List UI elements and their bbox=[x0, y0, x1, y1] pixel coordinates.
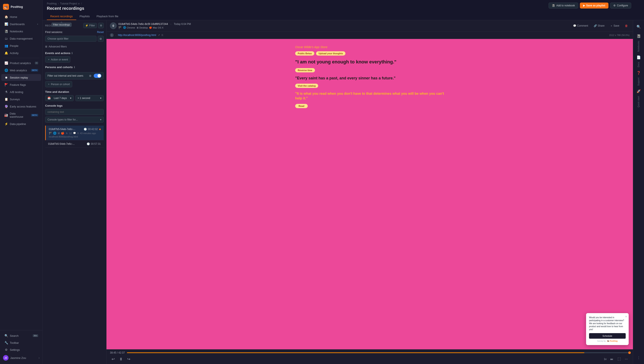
sidebar-item-session-replay[interactable]: ⏺ Session replay bbox=[1, 74, 41, 81]
external-link-icon[interactable]: ↗ bbox=[158, 34, 160, 36]
tab-playlists[interactable]: Playlists bbox=[76, 13, 93, 20]
add-person-button[interactable]: ＋ Person or cohort bbox=[45, 81, 72, 87]
sidebar-item-dashboards[interactable]: 📊 Dashboards ▾ bbox=[1, 21, 41, 28]
tab-playback-from-file[interactable]: Playback from file bbox=[93, 13, 122, 20]
right-docs-label[interactable]: Docs bbox=[637, 62, 640, 67]
save-label: Save bbox=[613, 24, 619, 27]
user-item[interactable]: JZ Jasmine Zou › bbox=[0, 353, 42, 362]
home-icon: 🏠 bbox=[4, 15, 8, 18]
skip-inactivity-button[interactable]: ⏭ bbox=[609, 356, 615, 362]
sidebar-item-activity[interactable]: 🔔 Activity bbox=[1, 50, 41, 56]
sidebar-item-people[interactable]: 👥 People bbox=[1, 42, 41, 49]
copy-icon[interactable]: ⎘ bbox=[162, 34, 163, 36]
messages-icon: 💬 bbox=[73, 132, 76, 134]
session-url[interactable]: http://localhost:8000/posthog.html bbox=[118, 34, 156, 36]
comment-button[interactable]: 💬 Comment bbox=[571, 24, 590, 28]
sidebar-item-label: Dashboards bbox=[10, 22, 25, 26]
share-button[interactable]: 🔗 Share bbox=[592, 24, 606, 28]
right-support-label[interactable]: Support bbox=[637, 78, 640, 86]
persons-info-icon[interactable]: ℹ bbox=[74, 66, 75, 69]
pill-read[interactable]: Read bbox=[295, 104, 308, 108]
tab-recent-recordings[interactable]: Recent recordings Filter recordings bbox=[47, 13, 76, 20]
configure-label: Configure bbox=[617, 4, 628, 7]
sidebar-item-data-pipeline[interactable]: ⚡ Data pipeline bbox=[1, 120, 41, 127]
app-name-label: PostHog bbox=[11, 5, 23, 8]
breadcrumb-sep-2: / bbox=[81, 2, 82, 5]
pill-rt[interactable]: Reverse time bbox=[295, 68, 315, 72]
delete-button[interactable]: 🗑 bbox=[623, 23, 629, 28]
fullscreen-button[interactable]: ⛶ bbox=[616, 356, 622, 362]
sidebar-item-product-analytics[interactable]: 📈 Product analytics + bbox=[1, 60, 41, 66]
filter-settings-button[interactable]: ⚙ bbox=[98, 23, 104, 28]
current-time: 38:45 / 42:37 bbox=[110, 351, 125, 354]
breadcrumb-posthog[interactable]: PostHog bbox=[47, 2, 57, 5]
progress-bar[interactable] bbox=[127, 352, 629, 353]
survey-close-button[interactable]: × bbox=[625, 315, 627, 318]
add-to-notebook-button[interactable]: 📓 Add to notebook bbox=[549, 2, 578, 8]
console-text-input[interactable] bbox=[45, 109, 104, 115]
survey-schedule-button[interactable]: Schedule bbox=[589, 333, 626, 339]
sidebar-item-data-warehouse[interactable]: 🏭 Data warehouse BETA bbox=[1, 110, 41, 120]
clicks-count: 12 bbox=[69, 132, 72, 134]
quick-filter-select[interactable]: Choose quick filter bbox=[45, 36, 97, 42]
reset-button[interactable]: Reset bbox=[97, 31, 104, 34]
filter-icon: ⚡ bbox=[85, 24, 88, 27]
sidebar-item-data-management[interactable]: 🗂 Data management bbox=[1, 35, 41, 42]
right-notebooks-label[interactable]: Notebooks bbox=[637, 41, 640, 52]
events-info-icon[interactable]: ℹ bbox=[72, 52, 73, 55]
events-section-title: Events and actions ℹ bbox=[45, 52, 104, 55]
quick-filter-gear-button[interactable]: ⚙ bbox=[98, 36, 104, 42]
right-docs-icon[interactable]: 📄 bbox=[635, 54, 642, 61]
filter-button[interactable]: ⚡ Filter bbox=[83, 23, 97, 28]
pill-upload-thoughts[interactable]: Upload your thoughts bbox=[316, 51, 345, 56]
more-options-button[interactable]: ⋯ bbox=[623, 356, 629, 362]
advanced-filters-row[interactable]: ⊞ Advanced filters bbox=[45, 44, 104, 50]
early-access-icon: 🔮 bbox=[4, 105, 8, 108]
sidebar-item-toolbar[interactable]: 🔧 Toolbar bbox=[1, 339, 41, 346]
recording-item-1[interactable]: 018df7b5-54eb-7e6c-... 🕐 00:42:02 🏴 🌐 🖥 bbox=[45, 126, 104, 140]
browser-label: Chrome bbox=[127, 26, 135, 29]
console-section-title: Console logs bbox=[45, 104, 104, 107]
tab-bar: Recent recordings Filter recordings Play… bbox=[47, 13, 640, 20]
time-range-select[interactable]: 📅 Last 7 days ▾ bbox=[45, 95, 74, 101]
pill-public-betas[interactable]: Public Betas bbox=[295, 51, 314, 56]
toggle-gear-icon[interactable]: ⚙ bbox=[88, 74, 93, 78]
skip-forward-button[interactable]: ↪ bbox=[126, 356, 132, 362]
right-group-docs: 📄 Docs bbox=[635, 54, 642, 67]
breadcrumb-project[interactable]: Tutorial Project ∨ bbox=[60, 2, 80, 5]
speed-button[interactable]: 1x bbox=[602, 357, 608, 362]
console-types-select[interactable]: Console types to filter for... ▾ bbox=[45, 117, 104, 122]
session-info: 0 018df7b5-54eb-7e6c-8c5f-16df8f137244 ·… bbox=[110, 22, 191, 29]
apple-icon: 🍎 bbox=[61, 132, 64, 135]
right-support-icon[interactable]: ❓ bbox=[635, 69, 642, 77]
session-avatar: 0 bbox=[110, 22, 117, 29]
pill-catalog[interactable]: Visit the catalog bbox=[295, 84, 318, 88]
sidebar-logo[interactable]: 🦔 PostHog bbox=[0, 2, 42, 13]
toggle-controls: ⚙ bbox=[88, 74, 101, 78]
sidebar-item-notebooks[interactable]: 📓 Notebooks bbox=[1, 28, 41, 35]
pause-button[interactable]: ⏸ bbox=[117, 356, 125, 362]
duration-filter-select[interactable]: > 1 second ▾ bbox=[75, 95, 104, 101]
right-quick-start-label[interactable]: Quick start bbox=[637, 96, 640, 107]
add-action-button[interactable]: ＋ Action or event bbox=[45, 56, 70, 62]
right-more-icon[interactable]: ⋮ bbox=[635, 354, 642, 362]
sidebar-item-ab-testing[interactable]: ⚗ A/B testing bbox=[1, 88, 41, 95]
right-quick-start-icon[interactable]: 🚀 bbox=[635, 88, 642, 95]
sidebar-item-feature-flags[interactable]: 🚩 Feature flags bbox=[1, 81, 41, 88]
sidebar-item-web-analytics[interactable]: 🌐 Web analytics BETA bbox=[1, 67, 41, 74]
save-playlist-label: Save as playlist bbox=[586, 4, 605, 7]
save-button[interactable]: ＋ Save bbox=[608, 23, 621, 28]
configure-button[interactable]: ⚙ Configure bbox=[610, 2, 631, 8]
internal-users-toggle[interactable] bbox=[94, 74, 101, 78]
sidebar-item-settings[interactable]: ⚙ Settings bbox=[1, 346, 41, 353]
sidebar-item-early-access[interactable]: 🔮 Early access features bbox=[1, 103, 41, 110]
sidebar-item-home[interactable]: 🏠 Home bbox=[1, 14, 41, 20]
rewind-button[interactable]: ↩ bbox=[110, 356, 117, 362]
sidebar-item-search[interactable]: 🔍 Search ⌘K bbox=[1, 332, 41, 339]
save-as-playlist-button[interactable]: ▶ Save as playlist bbox=[580, 2, 608, 8]
right-notebooks-icon[interactable]: 📓 bbox=[635, 32, 642, 40]
right-search-icon[interactable]: 🔍 bbox=[635, 23, 642, 30]
recording-item-2[interactable]: 018df7b5-54eb-7e6c-... 🕐 00:57:31 bbox=[45, 140, 104, 148]
sidebar-item-label: Data management bbox=[10, 37, 33, 40]
sidebar-item-surveys[interactable]: 📋 Surveys bbox=[1, 96, 41, 102]
